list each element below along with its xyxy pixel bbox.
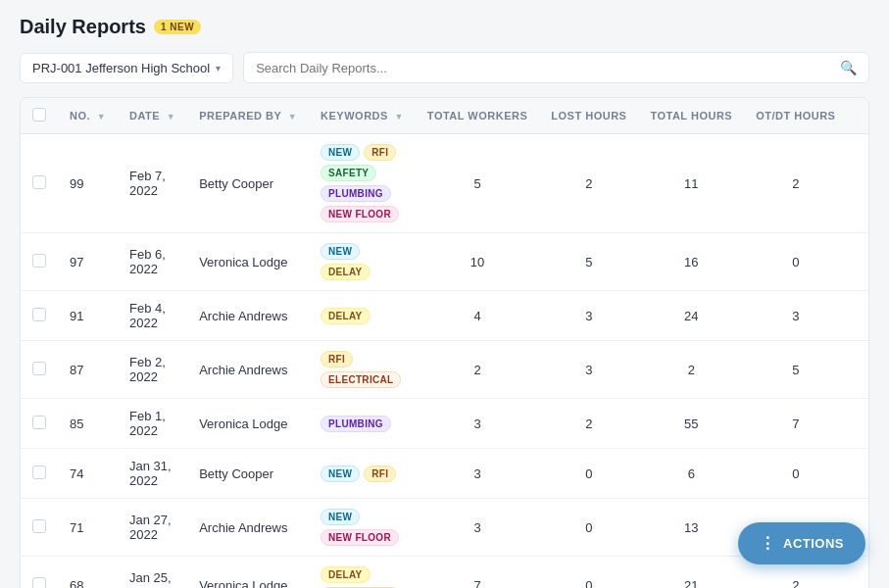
cell-total-workers: 3 <box>416 449 539 499</box>
project-label: PRJ-001 Jefferson High School <box>32 61 210 75</box>
cell-otdt-hours: 5 <box>744 341 847 399</box>
select-all-header[interactable] <box>21 98 58 134</box>
cell-otdt-hours: 7 <box>744 399 847 449</box>
cell-lost-hours: 0 <box>539 499 638 557</box>
cell-prepared-by: Betty Cooper <box>187 449 309 499</box>
keyword-tag: NEW FLOOR <box>321 206 399 222</box>
col-total-hours: TOTAL HOURS <box>638 98 744 134</box>
search-bar: 🔍 <box>243 52 869 83</box>
cell-otdt-hours: 0 <box>744 449 847 499</box>
keyword-tag: DELAY <box>321 264 370 280</box>
project-dropdown[interactable]: PRJ-001 Jefferson High School ▾ <box>20 53 233 83</box>
col-total-workers: TOTAL WORKERS <box>416 98 539 134</box>
cell-no: 71 <box>58 499 118 557</box>
keyword-tag: SAFETY <box>321 165 376 181</box>
table-row: 87Feb 2, 2022Archie AndrewsRFIELECTRICAL… <box>21 341 869 399</box>
row-kebab-button[interactable]: ⋮ <box>859 359 869 381</box>
cell-no: 85 <box>58 399 118 449</box>
cell-total-workers: 7 <box>416 557 539 589</box>
row-kebab-button[interactable]: ⋮ <box>859 574 869 589</box>
cell-total-hours: 24 <box>638 291 744 341</box>
cell-no: 87 <box>58 341 118 399</box>
cell-keywords: RFIELECTRICAL <box>309 341 416 399</box>
select-all-checkbox[interactable] <box>32 108 46 122</box>
col-date[interactable]: DATE ▼ <box>118 98 187 134</box>
cell-date: Feb 6, 2022 <box>118 233 187 291</box>
search-icon: 🔍 <box>840 60 857 75</box>
col-otdt-hours: OT/DT HOURS <box>744 98 847 134</box>
keyword-tag: NEW <box>321 144 360 161</box>
cell-total-hours: 16 <box>638 233 744 291</box>
cell-otdt-hours: 2 <box>744 134 847 233</box>
cell-row-actions: ⋮ <box>847 291 869 341</box>
row-checkbox[interactable] <box>32 466 46 479</box>
chevron-down-icon: ▾ <box>216 63 221 74</box>
row-kebab-button[interactable]: ⋮ <box>859 251 869 273</box>
row-checkbox[interactable] <box>32 175 46 189</box>
col-actions <box>847 98 869 134</box>
col-keywords[interactable]: KEYWORDS ▼ <box>309 98 416 134</box>
keyword-tag: RFI <box>321 351 353 368</box>
cell-total-hours: 55 <box>638 399 744 449</box>
cell-prepared-by: Veronica Lodge <box>187 557 309 589</box>
row-checkbox[interactable] <box>32 254 46 268</box>
cell-lost-hours: 0 <box>539 557 638 589</box>
keyword-tag: DELAY <box>321 566 370 583</box>
row-checkbox[interactable] <box>32 308 46 321</box>
cell-keywords: NEWNEW FLOOR <box>309 499 416 557</box>
cell-date: Jan 25, 2022 <box>118 557 187 589</box>
cell-no: 74 <box>58 449 118 499</box>
table-row: 68Jan 25, 2022Veronica LodgeDELAYELECTRI… <box>21 557 869 589</box>
cell-no: 68 <box>58 557 118 589</box>
cell-prepared-by: Veronica Lodge <box>187 233 309 291</box>
cell-date: Jan 27, 2022 <box>118 499 187 557</box>
keyword-tag: ELECTRICAL <box>321 371 401 388</box>
row-kebab-button[interactable]: ⋮ <box>859 172 869 195</box>
cell-total-hours: 13 <box>638 499 744 557</box>
cell-prepared-by: Betty Cooper <box>187 134 309 233</box>
row-checkbox[interactable] <box>32 362 46 375</box>
col-prepared-by[interactable]: PREPARED BY ▼ <box>187 98 309 134</box>
row-checkbox[interactable] <box>32 416 46 429</box>
cell-row-actions: ⋮ <box>847 399 869 449</box>
row-kebab-button[interactable]: ⋮ <box>859 463 869 485</box>
col-lost-hours: LOST HOURS <box>539 98 638 134</box>
header-row: Daily Reports 1 NEW <box>20 16 869 38</box>
search-input[interactable] <box>256 61 832 75</box>
cell-date: Feb 1, 2022 <box>118 399 187 449</box>
col-no[interactable]: NO. ▼ <box>58 98 118 134</box>
cell-total-hours: 21 <box>638 557 744 589</box>
table-row: 91Feb 4, 2022Archie AndrewsDELAY43243⋮ <box>21 291 869 341</box>
table-row: 99Feb 7, 2022Betty CooperNEWRFISAFETYPLU… <box>21 134 869 233</box>
table-row: 97Feb 6, 2022Veronica LodgeNEWDELAY10516… <box>21 233 869 291</box>
table-wrapper: NO. ▼ DATE ▼ PREPARED BY ▼ KEYWORDS ▼ TO… <box>20 97 869 588</box>
page-title: Daily Reports <box>20 16 146 38</box>
cell-lost-hours: 5 <box>539 233 638 291</box>
cell-date: Feb 4, 2022 <box>118 291 187 341</box>
keyword-tag: DELAY <box>321 308 370 324</box>
cell-keywords: NEWDELAY <box>309 233 416 291</box>
cell-no: 97 <box>58 233 118 291</box>
cell-keywords: DELAY <box>309 291 416 341</box>
cell-prepared-by: Archie Andrews <box>187 291 309 341</box>
cell-lost-hours: 0 <box>539 449 638 499</box>
row-checkbox[interactable] <box>32 577 46 589</box>
row-checkbox[interactable] <box>32 519 46 533</box>
cell-lost-hours: 3 <box>539 341 638 399</box>
actions-fab-icon: ⋮ <box>760 534 776 553</box>
keyword-tag: NEW <box>321 243 360 260</box>
row-kebab-button[interactable]: ⋮ <box>859 305 869 327</box>
cell-prepared-by: Archie Andrews <box>187 499 309 557</box>
cell-total-workers: 4 <box>416 291 539 341</box>
keyword-tag: NEW FLOOR <box>321 529 399 546</box>
actions-fab-button[interactable]: ⋮ ACTIONS <box>738 522 866 564</box>
row-kebab-button[interactable]: ⋮ <box>859 413 869 435</box>
cell-row-actions: ⋮ <box>847 449 869 499</box>
keyword-tag: NEW <box>321 466 360 482</box>
sort-icon: ▼ <box>394 112 403 122</box>
sort-icon: ▼ <box>167 112 175 122</box>
keyword-tag: RFI <box>364 466 396 482</box>
cell-row-actions: ⋮ <box>847 134 869 233</box>
cell-total-workers: 2 <box>416 341 539 399</box>
cell-keywords: PLUMBING <box>309 399 416 449</box>
